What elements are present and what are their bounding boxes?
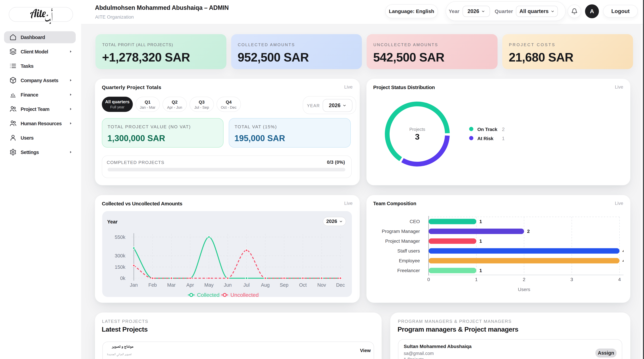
- svg-text:Jun: Jun: [224, 282, 232, 288]
- svg-text:Mar: Mar: [167, 282, 176, 288]
- svg-text:On Track: On Track: [477, 127, 497, 132]
- svg-text:Jul: Jul: [244, 282, 250, 288]
- svg-text:Jan: Jan: [130, 282, 138, 288]
- svg-text:Project Manager: Project Manager: [385, 238, 420, 244]
- svg-text:1: 1: [480, 238, 482, 244]
- svg-text:4: 4: [618, 277, 621, 282]
- svg-text:Collected: Collected: [197, 292, 220, 298]
- svg-text:150k: 150k: [115, 264, 125, 270]
- svg-text:At Risk: At Risk: [477, 136, 494, 141]
- svg-text:Employee: Employee: [399, 258, 420, 263]
- svg-text:Sep: Sep: [280, 282, 288, 288]
- svg-text:1: 1: [502, 136, 504, 141]
- svg-text:4: 4: [622, 258, 624, 263]
- svg-text:2: 2: [523, 277, 526, 282]
- svg-text:Staff users: Staff users: [397, 248, 420, 253]
- svg-text:May: May: [204, 282, 214, 288]
- svg-text:Program Manager: Program Manager: [382, 229, 420, 234]
- svg-text:Uncollected: Uncollected: [230, 292, 259, 298]
- svg-text:3: 3: [415, 132, 420, 141]
- svg-text:1: 1: [480, 219, 482, 224]
- svg-text:Users: Users: [518, 287, 530, 292]
- svg-text:Feb: Feb: [148, 282, 157, 288]
- svg-text:2: 2: [502, 127, 504, 132]
- svg-text:0k: 0k: [120, 275, 125, 281]
- svg-text:1: 1: [480, 268, 482, 273]
- svg-text:Dec: Dec: [336, 282, 345, 288]
- svg-text:Oct: Oct: [299, 282, 307, 288]
- svg-text:Apr: Apr: [186, 282, 194, 288]
- svg-text:550k: 550k: [115, 234, 125, 240]
- svg-text:Aug: Aug: [261, 282, 270, 288]
- svg-text:3: 3: [570, 277, 573, 282]
- svg-text:300k: 300k: [115, 253, 125, 258]
- svg-text:4: 4: [622, 248, 624, 253]
- svg-text:0: 0: [427, 277, 430, 282]
- svg-text:Projects: Projects: [409, 127, 425, 132]
- svg-text:2: 2: [527, 229, 530, 234]
- svg-text:CEO: CEO: [410, 219, 420, 224]
- svg-text:Nov: Nov: [317, 282, 326, 288]
- svg-text:Freelancer: Freelancer: [397, 268, 420, 273]
- svg-text:1: 1: [475, 277, 478, 282]
